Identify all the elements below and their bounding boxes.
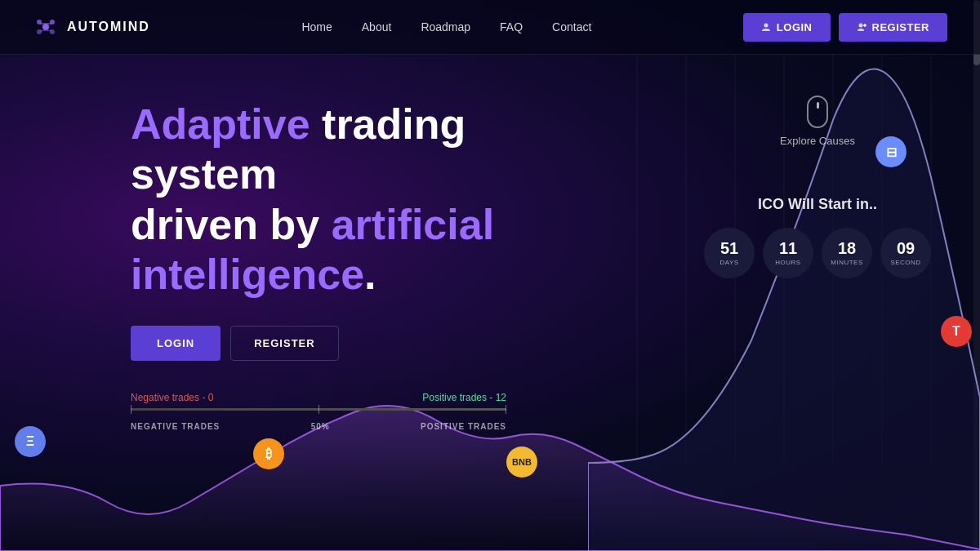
svg-point-9 bbox=[764, 24, 768, 28]
mouse-icon bbox=[807, 96, 828, 128]
hero-login-button[interactable]: LOGIN bbox=[131, 326, 220, 361]
coin-btc-symbol: ₿ bbox=[265, 447, 272, 461]
hero-word-adaptive: Adaptive bbox=[131, 100, 310, 148]
countdown-row: 51 DAYS 11 HOURS 18 MINUTES 09 SECOND bbox=[704, 228, 931, 278]
hero-buttons: LOGIN REGISTER bbox=[131, 326, 588, 361]
coin-bnb-symbol: BNB bbox=[512, 457, 532, 467]
hero-word-artificial: artificial bbox=[332, 201, 494, 248]
svg-line-8 bbox=[46, 30, 51, 31]
label-50-percent: 50% bbox=[311, 422, 330, 431]
nav-faq[interactable]: FAQ bbox=[500, 20, 523, 33]
days-number: 51 bbox=[720, 240, 738, 256]
mouse-wheel bbox=[817, 102, 819, 109]
coin-eth-symbol: Ξ bbox=[26, 434, 34, 449]
login-button[interactable]: LOGIN bbox=[743, 13, 831, 42]
coin-bnb: BNB bbox=[506, 447, 537, 478]
coin-card-symbol: ⊟ bbox=[886, 144, 897, 160]
tick-positive bbox=[506, 405, 506, 414]
hero-dot: . bbox=[364, 251, 376, 298]
brand-name: AUTOMIND bbox=[67, 20, 150, 34]
countdown-hours: 11 HOURS bbox=[763, 228, 813, 278]
countdown-days: 51 DAYS bbox=[704, 228, 755, 278]
hero-word-intelligence: intelligence bbox=[131, 251, 364, 298]
label-positive-trades: POSITIVE TRADES bbox=[421, 422, 506, 431]
svg-line-7 bbox=[40, 30, 46, 31]
nav-auth-buttons: LOGIN REGISTER bbox=[743, 13, 947, 42]
register-button[interactable]: REGISTER bbox=[839, 13, 947, 42]
hours-number: 11 bbox=[779, 240, 797, 256]
nav-about[interactable]: About bbox=[362, 20, 392, 33]
register-icon bbox=[857, 22, 866, 32]
svg-point-0 bbox=[42, 24, 49, 30]
coin-tron: T bbox=[941, 316, 972, 347]
countdown-minutes: 18 MINUTES bbox=[822, 228, 872, 278]
minutes-number: 18 bbox=[838, 240, 856, 256]
login-icon bbox=[761, 22, 771, 32]
hero-word-by: by bbox=[270, 201, 320, 248]
nav-home[interactable]: Home bbox=[301, 20, 332, 33]
coin-card: ⊟ bbox=[875, 136, 906, 167]
seconds-label: SECOND bbox=[890, 259, 920, 266]
left-panel: Adaptive trading system driven by artifi… bbox=[0, 55, 588, 551]
hero-word-system: system bbox=[131, 150, 277, 198]
hours-label: HOURS bbox=[775, 259, 800, 266]
nav-roadmap[interactable]: Roadmap bbox=[421, 20, 470, 33]
negative-trades-label: Negative trades - 0 bbox=[131, 392, 213, 403]
minutes-label: MINUTES bbox=[831, 259, 863, 266]
coin-btc: ₿ bbox=[253, 438, 284, 469]
positive-trades-label: Positive trades - 12 bbox=[422, 392, 506, 403]
tick-middle bbox=[318, 405, 319, 414]
progress-axis-labels: NEGATIVE TRADES 50% POSITIVE TRADES bbox=[131, 422, 506, 431]
days-label: DAYS bbox=[719, 259, 738, 266]
ico-title: ICO Will Start in.. bbox=[704, 196, 931, 213]
coin-tron-symbol: T bbox=[952, 324, 960, 339]
hero-register-button[interactable]: REGISTER bbox=[230, 326, 338, 361]
hero-word-driven: driven bbox=[131, 201, 258, 248]
nav-links: Home About Roadmap FAQ Contact bbox=[301, 20, 591, 33]
countdown-seconds: 09 SECOND bbox=[880, 228, 931, 278]
svg-point-3 bbox=[37, 29, 42, 34]
svg-point-10 bbox=[858, 24, 862, 28]
navbar: AUTOMIND Home About Roadmap FAQ Contact … bbox=[0, 0, 980, 55]
logo: AUTOMIND bbox=[33, 14, 150, 40]
tick-negative bbox=[131, 405, 131, 414]
hero-word-trading: trading bbox=[322, 100, 466, 148]
coin-eth: Ξ bbox=[15, 426, 46, 457]
ico-section: Explore Causes ICO Will Start in.. 51 DA… bbox=[704, 96, 931, 278]
trades-progress-bar bbox=[131, 408, 506, 411]
explore-text: Explore Causes bbox=[780, 135, 855, 147]
main-content: Adaptive trading system driven by artifi… bbox=[0, 55, 980, 551]
nav-contact[interactable]: Contact bbox=[552, 20, 591, 33]
hero-title: Adaptive trading system driven by artifi… bbox=[131, 100, 588, 300]
logo-icon bbox=[33, 14, 59, 40]
trades-labels: Negative trades - 0 Positive trades - 12 bbox=[131, 392, 506, 403]
svg-point-4 bbox=[50, 29, 55, 34]
seconds-number: 09 bbox=[897, 240, 915, 256]
label-negative-trades: NEGATIVE TRADES bbox=[131, 422, 220, 431]
